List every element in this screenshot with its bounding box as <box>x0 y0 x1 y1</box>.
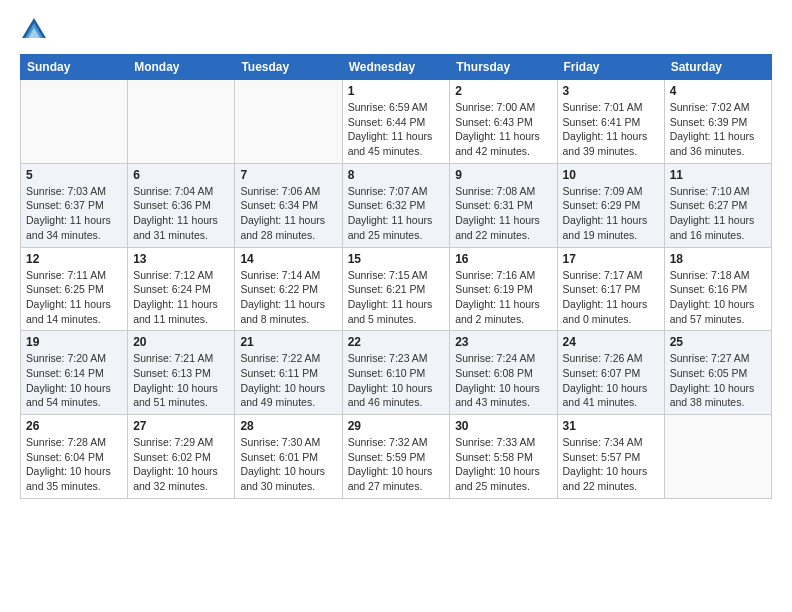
day-number: 10 <box>563 168 659 182</box>
day-info: Sunrise: 7:06 AM Sunset: 6:34 PM Dayligh… <box>240 184 336 243</box>
day-cell: 26Sunrise: 7:28 AM Sunset: 6:04 PM Dayli… <box>21 415 128 499</box>
day-cell: 16Sunrise: 7:16 AM Sunset: 6:19 PM Dayli… <box>450 247 557 331</box>
day-cell: 2Sunrise: 7:00 AM Sunset: 6:43 PM Daylig… <box>450 80 557 164</box>
day-number: 12 <box>26 252 122 266</box>
day-number: 3 <box>563 84 659 98</box>
header <box>20 16 772 44</box>
day-cell: 13Sunrise: 7:12 AM Sunset: 6:24 PM Dayli… <box>128 247 235 331</box>
day-number: 9 <box>455 168 551 182</box>
day-cell: 4Sunrise: 7:02 AM Sunset: 6:39 PM Daylig… <box>664 80 771 164</box>
day-cell: 1Sunrise: 6:59 AM Sunset: 6:44 PM Daylig… <box>342 80 450 164</box>
day-number: 6 <box>133 168 229 182</box>
day-info: Sunrise: 7:02 AM Sunset: 6:39 PM Dayligh… <box>670 100 766 159</box>
day-number: 20 <box>133 335 229 349</box>
calendar-table: SundayMondayTuesdayWednesdayThursdayFrid… <box>20 54 772 499</box>
day-cell: 25Sunrise: 7:27 AM Sunset: 6:05 PM Dayli… <box>664 331 771 415</box>
day-info: Sunrise: 7:21 AM Sunset: 6:13 PM Dayligh… <box>133 351 229 410</box>
day-number: 27 <box>133 419 229 433</box>
weekday-header-wednesday: Wednesday <box>342 55 450 80</box>
day-info: Sunrise: 7:29 AM Sunset: 6:02 PM Dayligh… <box>133 435 229 494</box>
day-info: Sunrise: 7:10 AM Sunset: 6:27 PM Dayligh… <box>670 184 766 243</box>
day-number: 21 <box>240 335 336 349</box>
day-number: 11 <box>670 168 766 182</box>
day-info: Sunrise: 7:22 AM Sunset: 6:11 PM Dayligh… <box>240 351 336 410</box>
day-number: 29 <box>348 419 445 433</box>
day-number: 4 <box>670 84 766 98</box>
day-cell <box>235 80 342 164</box>
day-info: Sunrise: 7:23 AM Sunset: 6:10 PM Dayligh… <box>348 351 445 410</box>
day-info: Sunrise: 7:08 AM Sunset: 6:31 PM Dayligh… <box>455 184 551 243</box>
day-number: 17 <box>563 252 659 266</box>
day-number: 15 <box>348 252 445 266</box>
day-cell: 6Sunrise: 7:04 AM Sunset: 6:36 PM Daylig… <box>128 163 235 247</box>
day-info: Sunrise: 7:27 AM Sunset: 6:05 PM Dayligh… <box>670 351 766 410</box>
day-info: Sunrise: 7:33 AM Sunset: 5:58 PM Dayligh… <box>455 435 551 494</box>
week-row-4: 19Sunrise: 7:20 AM Sunset: 6:14 PM Dayli… <box>21 331 772 415</box>
day-cell: 8Sunrise: 7:07 AM Sunset: 6:32 PM Daylig… <box>342 163 450 247</box>
day-info: Sunrise: 7:04 AM Sunset: 6:36 PM Dayligh… <box>133 184 229 243</box>
logo-icon <box>20 16 48 44</box>
day-cell: 31Sunrise: 7:34 AM Sunset: 5:57 PM Dayli… <box>557 415 664 499</box>
day-info: Sunrise: 7:14 AM Sunset: 6:22 PM Dayligh… <box>240 268 336 327</box>
week-row-3: 12Sunrise: 7:11 AM Sunset: 6:25 PM Dayli… <box>21 247 772 331</box>
day-number: 22 <box>348 335 445 349</box>
day-number: 24 <box>563 335 659 349</box>
day-info: Sunrise: 7:28 AM Sunset: 6:04 PM Dayligh… <box>26 435 122 494</box>
day-cell: 20Sunrise: 7:21 AM Sunset: 6:13 PM Dayli… <box>128 331 235 415</box>
day-cell: 11Sunrise: 7:10 AM Sunset: 6:27 PM Dayli… <box>664 163 771 247</box>
day-number: 18 <box>670 252 766 266</box>
day-info: Sunrise: 7:07 AM Sunset: 6:32 PM Dayligh… <box>348 184 445 243</box>
day-info: Sunrise: 7:34 AM Sunset: 5:57 PM Dayligh… <box>563 435 659 494</box>
day-info: Sunrise: 7:11 AM Sunset: 6:25 PM Dayligh… <box>26 268 122 327</box>
day-number: 23 <box>455 335 551 349</box>
day-cell: 27Sunrise: 7:29 AM Sunset: 6:02 PM Dayli… <box>128 415 235 499</box>
day-number: 7 <box>240 168 336 182</box>
day-info: Sunrise: 6:59 AM Sunset: 6:44 PM Dayligh… <box>348 100 445 159</box>
day-info: Sunrise: 7:24 AM Sunset: 6:08 PM Dayligh… <box>455 351 551 410</box>
weekday-header-saturday: Saturday <box>664 55 771 80</box>
week-row-1: 1Sunrise: 6:59 AM Sunset: 6:44 PM Daylig… <box>21 80 772 164</box>
day-cell: 7Sunrise: 7:06 AM Sunset: 6:34 PM Daylig… <box>235 163 342 247</box>
day-cell: 3Sunrise: 7:01 AM Sunset: 6:41 PM Daylig… <box>557 80 664 164</box>
day-cell: 14Sunrise: 7:14 AM Sunset: 6:22 PM Dayli… <box>235 247 342 331</box>
day-cell: 19Sunrise: 7:20 AM Sunset: 6:14 PM Dayli… <box>21 331 128 415</box>
day-number: 1 <box>348 84 445 98</box>
weekday-header-thursday: Thursday <box>450 55 557 80</box>
day-cell <box>664 415 771 499</box>
day-number: 2 <box>455 84 551 98</box>
day-cell: 10Sunrise: 7:09 AM Sunset: 6:29 PM Dayli… <box>557 163 664 247</box>
day-info: Sunrise: 7:01 AM Sunset: 6:41 PM Dayligh… <box>563 100 659 159</box>
day-info: Sunrise: 7:00 AM Sunset: 6:43 PM Dayligh… <box>455 100 551 159</box>
day-info: Sunrise: 7:32 AM Sunset: 5:59 PM Dayligh… <box>348 435 445 494</box>
day-number: 5 <box>26 168 122 182</box>
weekday-header-sunday: Sunday <box>21 55 128 80</box>
logo <box>20 16 52 44</box>
day-number: 31 <box>563 419 659 433</box>
day-cell: 18Sunrise: 7:18 AM Sunset: 6:16 PM Dayli… <box>664 247 771 331</box>
day-number: 25 <box>670 335 766 349</box>
day-cell: 24Sunrise: 7:26 AM Sunset: 6:07 PM Dayli… <box>557 331 664 415</box>
day-number: 26 <box>26 419 122 433</box>
weekday-header-row: SundayMondayTuesdayWednesdayThursdayFrid… <box>21 55 772 80</box>
day-number: 16 <box>455 252 551 266</box>
day-cell: 12Sunrise: 7:11 AM Sunset: 6:25 PM Dayli… <box>21 247 128 331</box>
week-row-2: 5Sunrise: 7:03 AM Sunset: 6:37 PM Daylig… <box>21 163 772 247</box>
day-cell: 21Sunrise: 7:22 AM Sunset: 6:11 PM Dayli… <box>235 331 342 415</box>
day-cell: 17Sunrise: 7:17 AM Sunset: 6:17 PM Dayli… <box>557 247 664 331</box>
day-number: 28 <box>240 419 336 433</box>
day-info: Sunrise: 7:18 AM Sunset: 6:16 PM Dayligh… <box>670 268 766 327</box>
day-info: Sunrise: 7:26 AM Sunset: 6:07 PM Dayligh… <box>563 351 659 410</box>
day-cell: 15Sunrise: 7:15 AM Sunset: 6:21 PM Dayli… <box>342 247 450 331</box>
day-number: 13 <box>133 252 229 266</box>
day-cell: 22Sunrise: 7:23 AM Sunset: 6:10 PM Dayli… <box>342 331 450 415</box>
day-cell: 29Sunrise: 7:32 AM Sunset: 5:59 PM Dayli… <box>342 415 450 499</box>
day-number: 8 <box>348 168 445 182</box>
day-cell: 5Sunrise: 7:03 AM Sunset: 6:37 PM Daylig… <box>21 163 128 247</box>
weekday-header-monday: Monday <box>128 55 235 80</box>
day-info: Sunrise: 7:03 AM Sunset: 6:37 PM Dayligh… <box>26 184 122 243</box>
day-cell: 23Sunrise: 7:24 AM Sunset: 6:08 PM Dayli… <box>450 331 557 415</box>
day-info: Sunrise: 7:30 AM Sunset: 6:01 PM Dayligh… <box>240 435 336 494</box>
day-info: Sunrise: 7:15 AM Sunset: 6:21 PM Dayligh… <box>348 268 445 327</box>
day-info: Sunrise: 7:12 AM Sunset: 6:24 PM Dayligh… <box>133 268 229 327</box>
page: SundayMondayTuesdayWednesdayThursdayFrid… <box>0 0 792 509</box>
